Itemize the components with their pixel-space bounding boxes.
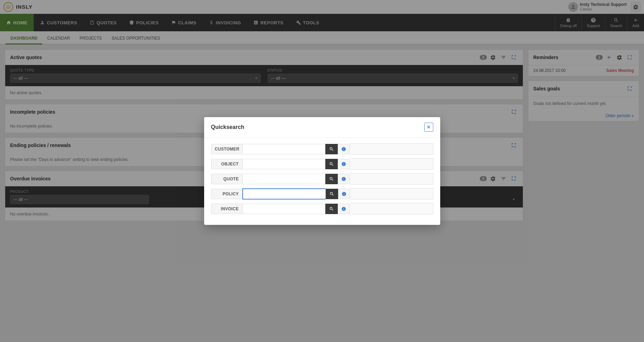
object-info-area — [350, 158, 433, 170]
customer-search-row: CUSTOMER — [211, 143, 433, 155]
invoice-search-btn[interactable] — [325, 204, 338, 214]
quote-info-area — [350, 173, 433, 185]
customer-info-btn[interactable] — [338, 144, 350, 154]
modal-overlay[interactable]: Quicksearch × CUSTOMER OBJECT — [0, 0, 644, 342]
object-search-btn[interactable] — [325, 159, 338, 169]
invoice-label: INVOICE — [211, 204, 242, 214]
policy-info-btn[interactable] — [338, 189, 350, 199]
quote-search-btn[interactable] — [325, 174, 338, 184]
invoice-search-row: INVOICE — [211, 203, 433, 214]
customer-info-area — [350, 143, 433, 155]
quote-label: QUOTE — [211, 174, 242, 184]
object-input[interactable] — [242, 159, 326, 169]
object-info-btn[interactable] — [338, 159, 350, 169]
object-label: OBJECT — [211, 159, 242, 169]
modal-close-btn[interactable]: × — [424, 123, 433, 132]
customer-label: CUSTOMER — [211, 144, 242, 154]
policy-label: POLICY — [211, 189, 242, 199]
quote-info-btn[interactable] — [338, 174, 350, 184]
invoice-info-btn[interactable] — [338, 204, 350, 214]
modal-header: Quicksearch × — [204, 117, 440, 138]
modal-title: Quicksearch — [211, 124, 244, 130]
policy-info-area — [350, 188, 433, 200]
policy-input[interactable] — [242, 188, 326, 200]
policy-search-btn[interactable] — [326, 189, 338, 199]
quote-input[interactable] — [242, 174, 326, 184]
modal-body: CUSTOMER OBJECT — [204, 138, 440, 225]
quicksearch-modal: Quicksearch × CUSTOMER OBJECT — [204, 117, 440, 225]
object-search-row: OBJECT — [211, 158, 433, 170]
invoice-input[interactable] — [242, 204, 326, 214]
customer-search-btn[interactable] — [325, 144, 338, 154]
invoice-info-area — [350, 203, 433, 214]
quote-search-row: QUOTE — [211, 173, 433, 185]
customer-input[interactable] — [242, 144, 326, 154]
policy-search-row: POLICY — [211, 188, 433, 200]
